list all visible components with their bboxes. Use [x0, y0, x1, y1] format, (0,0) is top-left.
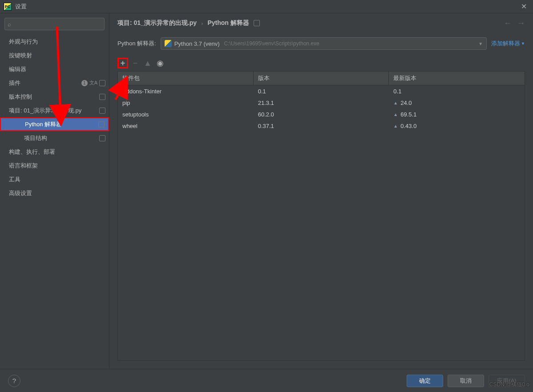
window-title: 设置 [15, 3, 27, 11]
ok-button[interactable]: 确定 [407, 375, 443, 387]
chevron-right-icon: › [10, 163, 11, 168]
search-icon: ⌕ [8, 21, 11, 28]
interpreter-select[interactable]: Python 3.7 (venv) C:\Users\19695\venv\Sc… [161, 37, 487, 50]
interpreter-path: C:\Users\19695\venv\Scripts\python.exe [224, 40, 319, 47]
cell-name: Addons-Tkinter [118, 88, 254, 95]
sidebar-item-label: 项目: 01_演示异常的出现.py [9, 107, 99, 115]
cell-name: wheel [118, 123, 254, 129]
cell-latest: ▲0.43.0 [389, 123, 525, 129]
sidebar-item-label: 版本控制 [9, 93, 99, 101]
chevron-right-icon: › [201, 20, 203, 27]
remove-package-button[interactable]: − [130, 58, 141, 68]
sidebar-item-vcs[interactable]: › 版本控制 [0, 90, 109, 104]
search-input[interactable] [13, 21, 101, 28]
chevron-right-icon: › [10, 94, 11, 99]
close-icon[interactable]: ✕ [518, 2, 529, 11]
sidebar-item-build[interactable]: › 构建、执行、部署 [0, 145, 109, 159]
interpreter-row: Python 解释器: Python 3.7 (venv) C:\Users\1… [109, 33, 533, 54]
nav-back-icon[interactable]: ← [504, 19, 512, 28]
sidebar-item-label: 构建、执行、部署 [9, 148, 105, 156]
project-icon [99, 94, 105, 100]
table-row[interactable]: Addons-Tkinter0.10.1 [118, 85, 525, 97]
chevron-right-icon: › [10, 149, 11, 154]
table-row[interactable]: setuptools60.2.0▲69.5.1 [118, 108, 525, 120]
python-icon [165, 40, 172, 47]
package-table: 软件包 版本 最新版本 Addons-Tkinter0.10.1pip21.3.… [117, 71, 525, 361]
project-icon [254, 20, 260, 26]
add-interpreter-link[interactable]: 添加解释器 ▼ [491, 40, 525, 48]
nav-forward-icon[interactable]: → [517, 19, 525, 28]
table-header: 软件包 版本 最新版本 [118, 72, 525, 85]
breadcrumb-interpreter: Python 解释器 [207, 19, 249, 27]
sidebar-item-label: 工具 [9, 176, 105, 184]
sidebar-item-label: 插件 [9, 79, 81, 87]
sidebar-item-languages[interactable]: › 语言和框架 [0, 159, 109, 172]
plugin-badges: 1 文A [81, 80, 105, 86]
search-box[interactable]: ⌕ [4, 18, 105, 30]
sidebar-item-tools[interactable]: › 工具 [0, 172, 109, 186]
col-header-latest[interactable]: 最新版本 [389, 72, 525, 85]
chevron-down-icon: ⌄ [10, 108, 13, 113]
interpreter-label: Python 解释器: [117, 40, 156, 48]
settings-tree: › 外观与行为 按键映射 › 编辑器 插件 1 文A › 版本控制 [0, 35, 109, 369]
watermark: CSDN @橘猫0.o [489, 381, 529, 388]
sidebar-item-label: 项目结构 [24, 134, 99, 142]
cell-version: 21.3.1 [254, 100, 389, 106]
upgrade-icon: ▲ [393, 124, 398, 128]
upgrade-package-button[interactable]: ▲ [142, 58, 153, 68]
sidebar-item-appearance[interactable]: › 外观与行为 [0, 35, 109, 48]
settings-content: 项目: 01_演示异常的出现.py › Python 解释器 ← → Pytho… [109, 13, 533, 369]
chevron-right-icon: › [10, 67, 11, 72]
cell-latest: ▲69.5.1 [389, 111, 525, 118]
chevron-right-icon: › [10, 39, 11, 44]
app-icon: PC [4, 3, 12, 11]
sidebar-item-project-structure[interactable]: 项目结构 [0, 131, 109, 145]
sidebar-item-keymap[interactable]: 按键映射 [0, 48, 109, 62]
sidebar-item-label: Python 解释器 [25, 120, 98, 128]
chevron-down-icon: ▼ [521, 41, 525, 46]
sidebar-item-label: 外观与行为 [9, 38, 105, 46]
cell-latest: ▲24.0 [389, 100, 525, 106]
sidebar-item-python-interpreter[interactable]: Python 解释器 [0, 117, 109, 131]
sidebar-item-plugins[interactable]: 插件 1 文A [0, 76, 109, 90]
project-icon [99, 108, 105, 114]
sidebar-item-advanced[interactable]: 高级设置 [0, 186, 109, 200]
cancel-button[interactable]: 取消 [448, 375, 484, 387]
cell-version: 0.37.1 [254, 123, 389, 129]
interpreter-name: Python 3.7 (venv) [174, 40, 220, 47]
col-header-name[interactable]: 软件包 [118, 72, 254, 85]
cell-latest: 0.1 [389, 88, 525, 95]
titlebar: PC 设置 ✕ [0, 0, 533, 13]
table-body: Addons-Tkinter0.10.1pip21.3.1▲24.0setupt… [118, 85, 525, 132]
cell-version: 60.2.0 [254, 111, 389, 118]
cell-name: pip [118, 100, 254, 106]
col-header-version[interactable]: 版本 [254, 72, 389, 85]
project-icon [99, 135, 105, 141]
badge-count-icon: 1 [81, 80, 88, 86]
sidebar-item-label: 按键映射 [9, 52, 105, 60]
table-row[interactable]: wheel0.37.1▲0.43.0 [118, 120, 525, 132]
sidebar-item-label: 高级设置 [9, 189, 105, 197]
cell-name: setuptools [118, 111, 254, 118]
project-icon [98, 121, 105, 128]
sidebar-item-project[interactable]: ⌄ 项目: 01_演示异常的出现.py [0, 104, 109, 117]
dialog-footer: ? 确定 取消 应用(A) [0, 369, 533, 392]
sidebar-item-label: 编辑器 [9, 65, 105, 73]
translate-icon: 文A [89, 80, 97, 86]
show-early-releases-button[interactable]: ◉ [155, 58, 166, 68]
table-row[interactable]: pip21.3.1▲24.0 [118, 97, 525, 108]
breadcrumb-project[interactable]: 项目: 01_演示异常的出现.py [117, 19, 197, 27]
upgrade-icon: ▲ [393, 112, 398, 117]
sidebar-item-label: 语言和框架 [9, 162, 105, 170]
settings-sidebar: ⌕ › 外观与行为 按键映射 › 编辑器 插件 1 文A [0, 13, 109, 369]
sidebar-item-editor[interactable]: › 编辑器 [0, 62, 109, 76]
upgrade-icon: ▲ [393, 100, 398, 105]
help-button[interactable]: ? [8, 375, 20, 387]
package-toolbar: + − ▲ ◉ [109, 54, 533, 68]
cell-version: 0.1 [254, 88, 389, 95]
chevron-right-icon: › [10, 177, 11, 182]
breadcrumb: 项目: 01_演示异常的出现.py › Python 解释器 ← → [109, 13, 533, 33]
add-package-button[interactable]: + [117, 58, 128, 68]
chevron-down-icon: ▼ [478, 41, 483, 46]
restart-icon [99, 80, 105, 86]
